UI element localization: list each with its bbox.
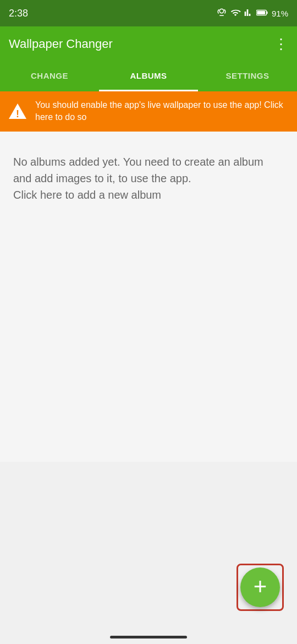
add-album-button[interactable]: + — [240, 567, 280, 607]
battery-percent: 91% — [272, 9, 288, 18]
warning-icon: ! — [8, 101, 28, 121]
status-icons: 91% — [217, 8, 288, 19]
fab-container: + — [237, 564, 284, 611]
battery-icon — [256, 9, 268, 18]
tab-albums-label: ALBUMS — [130, 71, 167, 80]
tab-albums[interactable]: ALBUMS — [99, 62, 198, 91]
warning-text: You should enable the app's live wallpap… — [35, 99, 289, 124]
overflow-menu-button[interactable]: ⋮ — [274, 36, 288, 53]
app-bar: Wallpaper Changer ⋮ — [0, 26, 297, 62]
svg-rect-2 — [257, 10, 265, 14]
alarm-icon — [217, 8, 227, 19]
warning-banner[interactable]: ! You should enable the app's live wallp… — [0, 91, 297, 132]
status-bar: 2:38 91% — [0, 0, 297, 26]
tab-settings-label: SETTINGS — [226, 71, 269, 80]
status-time: 2:38 — [9, 8, 28, 19]
empty-albums-message[interactable]: No albums added yet. You need to create … — [13, 154, 284, 203]
wifi-icon — [230, 8, 241, 19]
add-icon: + — [254, 575, 267, 598]
svg-text:!: ! — [16, 108, 19, 119]
bottom-nav-indicator — [110, 636, 187, 638]
app-title: Wallpaper Changer — [9, 37, 113, 51]
signal-icon — [244, 8, 253, 19]
tab-bar: CHANGE ALBUMS SETTINGS — [0, 62, 297, 91]
tab-change-label: CHANGE — [31, 71, 68, 80]
svg-rect-1 — [266, 11, 267, 14]
tab-settings[interactable]: SETTINGS — [198, 62, 297, 91]
tab-change[interactable]: CHANGE — [0, 62, 99, 91]
main-content[interactable]: No albums added yet. You need to create … — [0, 132, 297, 462]
fab-border: + — [237, 564, 284, 611]
